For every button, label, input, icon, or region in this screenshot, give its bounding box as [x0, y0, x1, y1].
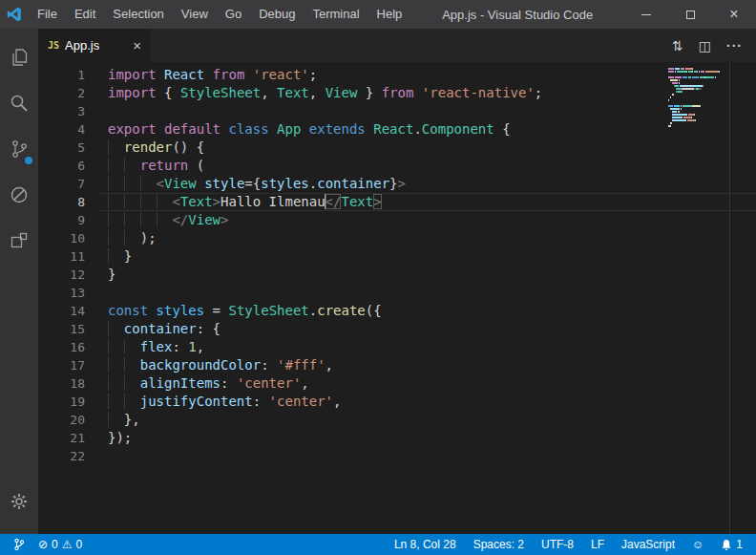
vscode-window: File Edit Selection View Go Debug Termin…: [0, 0, 756, 555]
line-number: 1: [38, 66, 85, 84]
problems-status[interactable]: ⊘ 0 ⚠ 0: [34, 538, 86, 551]
bell-icon: [721, 539, 732, 551]
close-button[interactable]: ×: [712, 0, 756, 29]
line-number: 9: [38, 211, 85, 229]
editor-layout-icon[interactable]: ◫: [699, 38, 711, 53]
line-number: 21: [38, 429, 85, 447]
notifications-bell[interactable]: 1: [717, 538, 746, 551]
code-line[interactable]: },: [100, 411, 756, 429]
line-number: 12: [38, 266, 85, 284]
window-controls: ×: [624, 0, 756, 29]
activity-bar: [0, 29, 38, 534]
code-line[interactable]: import React from 'react';: [100, 66, 756, 84]
menu-help[interactable]: Help: [368, 0, 411, 29]
manage-settings[interactable]: [0, 479, 38, 524]
menu-terminal[interactable]: Terminal: [304, 0, 368, 29]
menu-view[interactable]: View: [173, 0, 217, 29]
code-line[interactable]: return (: [100, 157, 756, 175]
line-number: 13: [38, 284, 85, 302]
debug-icon: [9, 184, 30, 205]
code-editor[interactable]: 12345678910111213141516171819202122 impo…: [38, 62, 756, 534]
activity-source-control[interactable]: [0, 126, 38, 172]
activity-explorer[interactable]: [0, 34, 38, 80]
line-number: 15: [38, 320, 85, 338]
code-line[interactable]: [100, 102, 756, 120]
warning-count: 0: [76, 538, 83, 551]
code-line[interactable]: const styles = StyleSheet.create({: [100, 302, 756, 320]
code-line[interactable]: <View style={styles.container}>: [100, 175, 756, 193]
line-number: 18: [38, 374, 85, 393]
indentation-setting[interactable]: Spaces: 2: [470, 538, 528, 551]
language-mode[interactable]: JavaScript: [618, 538, 679, 551]
close-icon: ×: [729, 7, 738, 22]
extensions-icon: [9, 230, 30, 251]
status-bar: ⊘ 0 ⚠ 0 Ln 8, Col 28 Spaces: 2 UTF-8 LF …: [0, 534, 756, 555]
menu-edit[interactable]: Edit: [66, 0, 104, 29]
tab-bar: JS App.js × ⇅ ◫ ···: [38, 29, 756, 62]
code-line[interactable]: }: [100, 247, 756, 266]
cursor-position[interactable]: Ln 8, Col 28: [390, 538, 460, 551]
code-line[interactable]: flex: 1,: [100, 338, 756, 356]
code-lines[interactable]: import React from 'react';import { Style…: [100, 66, 756, 534]
notification-count: 1: [736, 538, 743, 551]
maximize-icon: [686, 11, 695, 19]
activity-extensions[interactable]: [0, 218, 38, 264]
source-control-status[interactable]: [10, 538, 29, 551]
activity-debug[interactable]: [0, 172, 38, 218]
code-line[interactable]: <Text>Hallo Ilmenau</Text>: [100, 193, 756, 211]
code-line[interactable]: container: {: [100, 320, 756, 338]
search-icon: [9, 93, 30, 114]
line-number: 3: [38, 102, 85, 120]
line-number: 5: [38, 139, 85, 157]
titlebar: File Edit Selection View Go Debug Termin…: [0, 0, 756, 29]
code-line[interactable]: import { StyleSheet, Text, View } from '…: [100, 84, 756, 102]
line-number: 2: [38, 84, 85, 102]
code-line[interactable]: );: [100, 229, 756, 247]
code-line[interactable]: [100, 284, 756, 302]
line-number: 20: [38, 411, 85, 429]
code-line[interactable]: justifyContent: 'center',: [100, 393, 756, 411]
line-numbers: 12345678910111213141516171819202122: [38, 66, 100, 534]
split-editor-icon[interactable]: ⇅: [672, 38, 683, 53]
error-count: 0: [52, 538, 58, 551]
tab-label: App.js: [65, 38, 127, 53]
code-line[interactable]: alignItems: 'center',: [100, 374, 756, 393]
menu-file[interactable]: File: [29, 0, 66, 29]
maximize-button[interactable]: [668, 0, 712, 29]
code-line[interactable]: });: [100, 429, 756, 447]
line-number: 22: [38, 447, 85, 465]
warning-icon: ⚠: [62, 539, 73, 550]
source-control-badge: [23, 155, 34, 166]
minimize-button[interactable]: [624, 0, 668, 29]
status-right: Ln 8, Col 28 Spaces: 2 UTF-8 LF JavaScri…: [390, 538, 746, 551]
code-line[interactable]: export default class App extends React.C…: [100, 120, 756, 139]
code-line[interactable]: }: [100, 266, 756, 284]
minimize-icon: [641, 14, 651, 15]
minimap[interactable]: [668, 68, 724, 131]
feedback-smiley-icon[interactable]: ☺: [688, 538, 707, 551]
encoding-setting[interactable]: UTF-8: [537, 538, 578, 551]
code-line[interactable]: render() {: [100, 139, 756, 157]
menu-go[interactable]: Go: [217, 0, 250, 29]
error-icon: ⊘: [38, 539, 48, 550]
menubar: File Edit Selection View Go Debug Termin…: [29, 0, 410, 29]
minimap-content: [668, 68, 724, 131]
activity-search[interactable]: [0, 80, 38, 126]
window-title: App.js - Visual Studio Code: [410, 8, 624, 22]
scrollbar-track[interactable]: [729, 62, 730, 534]
more-actions-icon[interactable]: ···: [726, 38, 743, 53]
branch-icon: [13, 538, 25, 551]
line-number: 10: [38, 229, 85, 247]
menu-selection[interactable]: Selection: [104, 0, 172, 29]
tab-appjs[interactable]: JS App.js ×: [38, 29, 151, 62]
code-line[interactable]: [100, 447, 756, 465]
eol-setting[interactable]: LF: [587, 538, 608, 551]
line-number: 7: [38, 175, 85, 193]
tab-close-icon[interactable]: ×: [133, 38, 141, 53]
js-file-icon: JS: [48, 40, 59, 51]
gear-icon: [9, 491, 30, 512]
line-number: 19: [38, 393, 85, 411]
code-line[interactable]: </View>: [100, 211, 756, 229]
menu-debug[interactable]: Debug: [250, 0, 304, 29]
code-line[interactable]: backgroundColor: '#fff',: [100, 356, 756, 374]
